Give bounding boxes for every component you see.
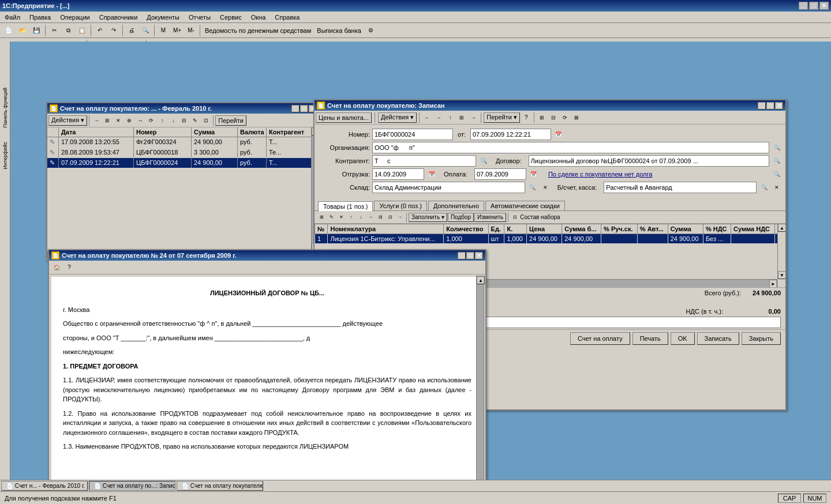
debt-search-btn[interactable]: 🔍 (772, 169, 782, 179)
doc-win-minimize[interactable]: _ (458, 252, 466, 259)
list-tb-4[interactable]: ⊕ (124, 115, 134, 126)
list-tb-2[interactable]: ⊞ (102, 115, 113, 126)
tbl-tb-3[interactable]: ✕ (336, 213, 346, 222)
doc-tb-help[interactable]: ? (64, 262, 74, 273)
list-tb-6[interactable]: ⟳ (146, 115, 156, 126)
task-btn-doc[interactable]: 📄 Счет на оплату покупателю... (177, 481, 263, 491)
list-row[interactable]: ✎ 17.09.2008 13:20:55 Фг2ФГ000324 24 900… (47, 137, 319, 148)
inv-help-btn[interactable]: ? (521, 112, 531, 123)
tb-new[interactable]: 📄 (2, 24, 15, 37)
menu-windows[interactable]: Окна (248, 13, 269, 22)
inv-table-scrollbar-v[interactable]: ▲ ▼ (777, 224, 785, 279)
pick-btn[interactable]: Подбор (448, 213, 474, 222)
tbl-tb-5[interactable]: ↓ (356, 213, 365, 222)
inv-tb-b1[interactable]: ⊞ (537, 112, 547, 123)
invoice-win-buttons[interactable]: _ □ ✕ (758, 102, 783, 110)
pereyti-btn[interactable]: Перейти (215, 115, 246, 126)
list-tb-8[interactable]: ↓ (168, 115, 178, 126)
ok-btn[interactable]: OK (671, 332, 695, 345)
org-input[interactable] (372, 142, 769, 153)
contract-input[interactable] (529, 155, 769, 167)
doc-win-buttons[interactable]: _ □ ✕ (458, 252, 483, 259)
tab-services[interactable]: Услуги (0 поз.) (374, 201, 426, 210)
warehouse-search-btn[interactable]: 🔍 (527, 182, 538, 193)
doc-win-close[interactable]: ✕ (475, 252, 483, 259)
doc-tb-home[interactable]: 🏠 (51, 262, 62, 273)
inv-tb-refresh[interactable]: ⟳ (560, 112, 570, 123)
tbl-set-icon[interactable]: ⊡ (510, 213, 519, 222)
save-btn[interactable]: Записать (697, 332, 739, 345)
tb-save[interactable]: 💾 (30, 24, 43, 37)
inv-tb-back[interactable]: ← (422, 112, 432, 123)
list-row-selected[interactable]: ✎ 07.09.2009 12:22:21 ЦБФГ0000024 24 900… (47, 158, 319, 168)
tb-b1[interactable]: M (157, 24, 170, 37)
number-input[interactable] (372, 129, 453, 140)
list-tb-9[interactable]: ⊟ (179, 115, 189, 126)
doc-scroll-up[interactable]: ▲ (477, 276, 485, 284)
list-row[interactable]: ✎ 28.08.2009 19:53:47 ЦБФГ0000018 3 300,… (47, 148, 319, 158)
inv-tb-b2[interactable]: ⊟ (548, 112, 559, 123)
list-tb-11[interactable]: ⊡ (201, 115, 211, 126)
bankaccount-clear-btn[interactable]: ✕ (772, 182, 782, 193)
maximize-button[interactable]: □ (809, 2, 818, 10)
inv-scroll-down[interactable]: ▼ (778, 271, 785, 279)
tb-b2[interactable]: M+ (171, 24, 184, 37)
tab-goods[interactable]: Товары (1 поз.) (318, 201, 373, 211)
tb-print[interactable]: 🖨 (125, 24, 138, 37)
from-calendar-btn[interactable]: 📅 (553, 129, 564, 140)
list-win-maximize[interactable]: □ (300, 105, 308, 112)
tab-extra[interactable]: Дополнительно (428, 201, 484, 210)
title-bar-buttons[interactable]: _ □ ✕ (799, 2, 829, 10)
tbl-tb-2[interactable]: ✎ (327, 213, 336, 222)
menu-help[interactable]: Справка (271, 13, 303, 22)
list-tb-10[interactable]: ✎ (190, 115, 200, 126)
tbl-tb-9[interactable]: → (395, 213, 405, 222)
close-invoice-btn[interactable]: Закрыть (742, 332, 781, 345)
actions-dropdown[interactable]: Действия ▾ (48, 115, 87, 126)
tbl-tb-4[interactable]: ↑ (346, 213, 355, 222)
tbl-tb-8[interactable]: ⊡ (385, 213, 395, 222)
tbl-tb-7[interactable]: ⊟ (376, 213, 385, 222)
menu-file[interactable]: Файл (1, 13, 24, 22)
shipment-cal-btn[interactable]: 📅 (426, 169, 437, 179)
list-tb-7[interactable]: ↑ (157, 115, 167, 126)
tbl-tb-6[interactable]: → (366, 213, 375, 222)
list-tb-3[interactable]: ✕ (113, 115, 123, 126)
tb-open[interactable]: 📂 (16, 24, 29, 37)
inv-tb-arrow[interactable]: → (468, 112, 478, 123)
tb-undo[interactable]: ↶ (93, 24, 106, 37)
agent-search-btn[interactable]: 🔍 (478, 156, 489, 166)
doc-scroll-track[interactable] (477, 284, 484, 491)
task-btn-invoice[interactable]: 📄 Счет на оплату по...: Записан (89, 481, 175, 491)
invoice-win-maximize[interactable]: □ (766, 102, 774, 110)
invoice-win-close[interactable]: ✕ (775, 102, 783, 110)
inv-tb-up[interactable]: ↑ (445, 112, 455, 123)
list-win-minimize[interactable]: _ (291, 105, 300, 112)
fill-btn[interactable]: Заполнить ▾ (409, 213, 447, 222)
table-row[interactable]: 1 Лицензия 1С-Битрикс: Управлени... 1,00… (315, 234, 785, 244)
doc-win-maximize[interactable]: □ (466, 252, 474, 259)
doc-scrollbar-v[interactable]: ▲ ▼ (476, 276, 484, 491)
change-btn[interactable]: Изменить (474, 213, 506, 222)
shipment-input[interactable] (372, 168, 424, 180)
debt-info[interactable]: По сделке с покупателем нет долга (548, 171, 769, 178)
contract-search-btn[interactable]: 🔍 (772, 156, 782, 166)
from-input[interactable] (470, 129, 551, 140)
tb-extra[interactable]: ⚙ (365, 24, 377, 37)
tb-search[interactable]: 🔍 (139, 24, 152, 37)
bankaccount-input[interactable] (604, 182, 757, 193)
inv-scroll-up[interactable]: ▲ (778, 224, 785, 232)
org-search-btn[interactable]: 🔍 (772, 142, 782, 153)
menu-service[interactable]: Сервис (216, 13, 245, 22)
payment-cal-btn[interactable]: 📅 (529, 169, 539, 179)
inv-scroll-right[interactable]: ► (769, 280, 777, 287)
inv-actions-btn[interactable]: Действия ▾ (378, 112, 417, 123)
inv-tb-extra[interactable]: ⊠ (571, 112, 582, 123)
list-tb-1[interactable]: → (91, 115, 102, 126)
tb-b3[interactable]: M- (185, 24, 197, 37)
tb-copy[interactable]: ⧉ (62, 24, 74, 37)
menu-operations[interactable]: Операции (57, 13, 93, 22)
prices-currency-btn[interactable]: Цены и валюта... (316, 112, 372, 123)
tb-paste[interactable]: 📋 (76, 24, 88, 37)
tab-auto-discounts[interactable]: Автоматические скидки (485, 201, 565, 210)
